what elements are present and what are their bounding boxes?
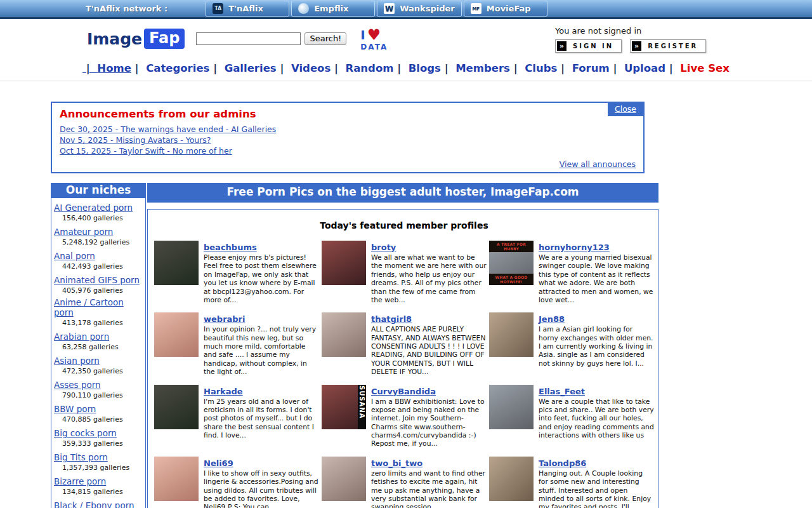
nav-link[interactable]: Upload <box>610 62 665 74</box>
profile-info: Ellas_Feet We are a couple that like to … <box>539 385 654 448</box>
niche-link[interactable]: Amateur porn <box>54 227 113 237</box>
profile-username-link[interactable]: broty <box>371 243 396 252</box>
nav-link[interactable]: Home <box>82 62 131 74</box>
i-love-data-i: I <box>360 29 365 41</box>
logo-text-fap: Fap <box>144 29 185 49</box>
profile-username-link[interactable]: thatgirl8 <box>371 314 412 324</box>
profile-username-link[interactable]: Neli69 <box>204 458 233 468</box>
profile-username-link[interactable]: CurvyBandida <box>371 387 436 396</box>
niche-item: Asses porn 790,110 galleries <box>51 375 145 399</box>
niche-link[interactable]: Arabian porn <box>54 332 109 342</box>
niche-gallery-count: 790,110 galleries <box>54 391 144 399</box>
profile-thumbnail[interactable] <box>154 457 199 501</box>
profile-thumbnail[interactable] <box>154 312 199 357</box>
profile-card: Neli69 I like to show off in sexy outfit… <box>154 457 319 508</box>
network-site-label: MovieFap <box>487 4 531 13</box>
sign-in-label: SIGN IN <box>566 43 620 50</box>
niche-gallery-count: 359,333 galleries <box>54 439 144 448</box>
nav-link[interactable]: Categories <box>131 62 210 74</box>
auth-area: You are not signed in » SIGN IN » REGIST… <box>555 26 711 53</box>
profile-username-link[interactable]: webrabri <box>204 314 246 324</box>
nav-link[interactable]: Random <box>331 62 393 74</box>
niche-link[interactable]: Bizarre porn <box>54 477 106 487</box>
niche-link[interactable]: Big Tits porn <box>54 453 108 463</box>
profile-card: beachbums Please enjoy mrs b's pictures!… <box>154 241 319 304</box>
niche-item: BBW porn 470,885 galleries <box>51 399 145 424</box>
profile-thumbnail[interactable] <box>154 385 199 429</box>
profile-thumbnail[interactable] <box>489 385 534 429</box>
profile-info: two_bi_two zero limits and want to find … <box>371 457 487 508</box>
niche-link[interactable]: Asian porn <box>54 356 100 366</box>
niche-gallery-count: 63,258 galleries <box>54 343 144 351</box>
nav-link[interactable]: Live Sex <box>665 62 730 74</box>
profile-thumbnail[interactable]: SUSANA <box>322 385 366 429</box>
profile-thumbnail[interactable] <box>489 312 534 357</box>
profile-description: We are a couple that like to take pics a… <box>539 398 654 440</box>
profile-username-link[interactable]: Ellas_Feet <box>539 387 585 396</box>
profile-username-link[interactable]: two_bi_two <box>371 458 422 468</box>
network-site-button[interactable]: W Wankspider <box>377 1 462 17</box>
announcements-close-button[interactable]: Close <box>608 103 643 116</box>
network-site-button[interactable]: MF MovieFap <box>464 1 547 17</box>
profile-info: CurvyBandida I am a BBW exhibitionist: L… <box>371 385 487 448</box>
profile-thumbnail[interactable] <box>489 457 534 501</box>
niche-link[interactable]: Animated GIFS porn <box>54 276 140 286</box>
profile-card: two_bi_two zero limits and want to find … <box>322 457 487 508</box>
profile-info: Harkade I'm 25 years old and a lover of … <box>204 385 319 448</box>
network-site-icon: W <box>384 3 395 14</box>
profile-thumbnail[interactable]: A TREAT FOR HUBBY WHAT A GOOD HOTWIFE! <box>489 241 534 285</box>
nav-link[interactable]: Videos <box>277 62 331 74</box>
logo-text-image: Image <box>87 30 142 48</box>
niche-item: Amateur porn 5,248,192 galleries <box>51 222 145 246</box>
network-site-label: T'nAflix <box>228 4 263 13</box>
profile-username-link[interactable]: Harkade <box>204 387 243 396</box>
search-input[interactable] <box>196 32 301 45</box>
niche-item: Big Tits porn 1,357,393 galleries <box>51 448 145 472</box>
nav-link[interactable]: Clubs <box>510 62 557 74</box>
profile-username-link[interactable]: Jen88 <box>539 314 565 324</box>
i-love-data-logo[interactable]: I ♥ DATA <box>360 27 388 51</box>
profile-info: webrabri In your opinion ?... not truly … <box>204 312 319 376</box>
network-site-button[interactable]: TA T'nAflix <box>206 1 289 17</box>
nav-link[interactable]: Forum <box>557 62 609 74</box>
profile-thumbnail[interactable] <box>154 241 199 285</box>
nav-link[interactable]: Blogs <box>393 62 440 74</box>
niche-link[interactable]: Black / Ebony porn <box>54 501 134 508</box>
niche-gallery-count: 472,350 galleries <box>54 367 144 375</box>
profile-description: I like to show off in sexy outfits, ling… <box>204 469 319 508</box>
profile-description: I'm 25 years old and a lover of eroticis… <box>204 398 319 440</box>
niche-link[interactable]: Anime / Cartoon porn <box>54 298 144 318</box>
announcement-link[interactable]: Dec 30, 2025 - The warnings have ended -… <box>60 124 276 134</box>
nav-link[interactable]: Galleries <box>209 62 276 74</box>
niche-link[interactable]: Big cocks porn <box>54 429 117 439</box>
profile-description: I am a BBW exhibitionist: Love to expose… <box>371 398 487 448</box>
network-site-label: Empflix <box>314 4 348 13</box>
niche-link[interactable]: Asses porn <box>54 380 101 391</box>
profile-description: I am a Asian girl looking for horny exch… <box>539 325 654 368</box>
search-button[interactable]: Search! <box>304 32 346 45</box>
profile-username-link[interactable]: hornyhorny123 <box>539 243 610 252</box>
announcements-list: Dec 30, 2025 - The warnings have ended -… <box>60 124 636 156</box>
profile-thumbnail[interactable] <box>322 312 366 357</box>
network-site-list: TA T'nAflix Empflix W Wankspider MF Movi… <box>206 1 549 17</box>
announcement-link[interactable]: Nov 5, 2025 - Missing Avatars - Yours? <box>60 135 211 145</box>
sign-in-button[interactable]: » SIGN IN <box>555 39 622 53</box>
network-site-button[interactable]: Empflix <box>291 1 375 17</box>
nav-link[interactable]: Members <box>441 62 510 74</box>
site-logo[interactable]: Image Fap <box>87 29 185 49</box>
niche-link[interactable]: AI Generated porn <box>54 203 133 213</box>
niche-link[interactable]: BBW porn <box>54 404 96 415</box>
profile-thumbnail[interactable] <box>322 457 366 501</box>
profile-username-link[interactable]: Talondp86 <box>539 458 586 468</box>
profile-info: Neli69 I like to show off in sexy outfit… <box>204 457 319 508</box>
network-bar-label: T'nAflix network : <box>86 4 167 13</box>
niche-link[interactable]: Anal porn <box>54 251 95 262</box>
profile-description: We are a young married bisexual swinger … <box>539 253 654 304</box>
niche-item: Big cocks porn 359,333 galleries <box>51 424 145 448</box>
profile-thumbnail[interactable] <box>322 241 366 285</box>
header: Image Fap Search! I ♥ DATA You are not s… <box>0 19 812 58</box>
register-button[interactable]: » REGISTER <box>630 39 706 53</box>
announcement-link[interactable]: Oct 15, 2025 - Taylor Swift - No more of… <box>60 146 232 156</box>
view-all-announces-link[interactable]: View all announces <box>560 159 636 169</box>
profile-username-link[interactable]: beachbums <box>204 243 257 252</box>
